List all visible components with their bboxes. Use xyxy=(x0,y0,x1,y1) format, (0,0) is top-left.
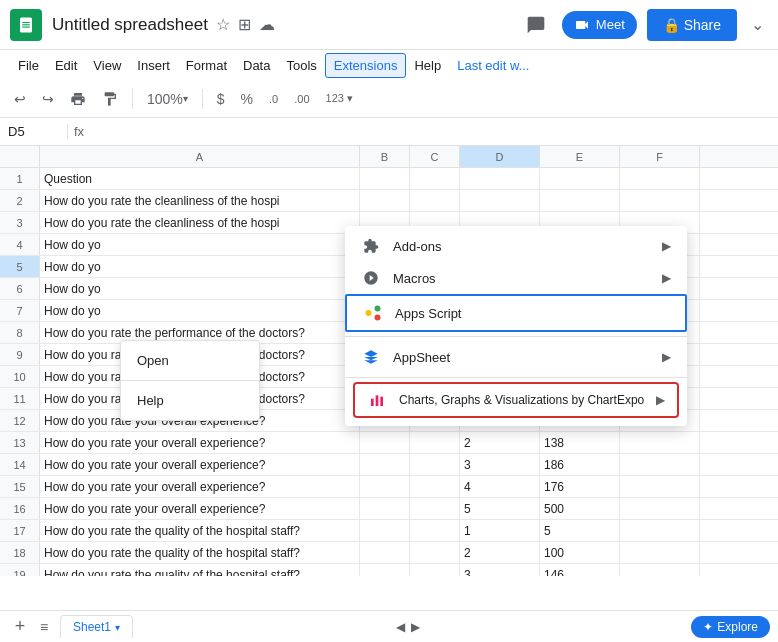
cell[interactable]: How do you rate your overall experience? xyxy=(40,476,360,497)
menu-edit[interactable]: Edit xyxy=(47,54,85,77)
cell[interactable] xyxy=(360,454,410,475)
cell[interactable] xyxy=(410,498,460,519)
spreadsheet-title[interactable]: Untitled spreadsheet xyxy=(52,15,208,35)
star-icon[interactable]: ☆ xyxy=(216,15,230,34)
col-header-f[interactable]: F xyxy=(620,146,700,167)
cell[interactable] xyxy=(410,432,460,453)
sheet1-dropdown-arrow[interactable]: ▾ xyxy=(115,622,120,633)
menu-tools[interactable]: Tools xyxy=(278,54,324,77)
cell[interactable] xyxy=(410,190,460,211)
menu-help[interactable]: Help xyxy=(406,54,449,77)
cell[interactable] xyxy=(620,520,700,541)
print-button[interactable] xyxy=(64,87,92,111)
scroll-left-button[interactable]: ◀ xyxy=(394,618,407,636)
meet-button[interactable]: Meet xyxy=(562,11,637,39)
col-header-b[interactable]: B xyxy=(360,146,410,167)
col-header-e[interactable]: E xyxy=(540,146,620,167)
col-header-c[interactable]: C xyxy=(410,146,460,167)
menu-extensions[interactable]: Extensions xyxy=(325,53,407,78)
submenu-help[interactable]: Help xyxy=(121,385,259,416)
cell[interactable]: How do you rate the cleanliness of the h… xyxy=(40,212,360,233)
cell[interactable] xyxy=(620,190,700,211)
cell[interactable] xyxy=(410,168,460,189)
add-sheet-button[interactable]: + xyxy=(8,615,32,639)
cell[interactable] xyxy=(620,498,700,519)
cloud-icon[interactable]: ☁ xyxy=(259,15,275,34)
scroll-right-button[interactable]: ▶ xyxy=(409,618,422,636)
cell[interactable] xyxy=(620,454,700,475)
cell[interactable] xyxy=(620,564,700,576)
cell[interactable] xyxy=(620,432,700,453)
percent-button[interactable]: % xyxy=(235,87,259,111)
cell[interactable]: How do you rate the quality of the hospi… xyxy=(40,564,360,576)
comment-button[interactable] xyxy=(520,9,552,41)
cell[interactable] xyxy=(360,432,410,453)
currency-button[interactable]: $ xyxy=(211,87,231,111)
cell[interactable] xyxy=(410,564,460,576)
cell[interactable]: 100 xyxy=(540,542,620,563)
cell[interactable] xyxy=(540,168,620,189)
cell[interactable] xyxy=(360,498,410,519)
cell[interactable] xyxy=(360,190,410,211)
decimal-more-button[interactable]: .00 xyxy=(288,89,315,109)
undo-button[interactable]: ↩ xyxy=(8,87,32,111)
cell[interactable]: How do you rate your overall experience? xyxy=(40,454,360,475)
cell[interactable]: 2 xyxy=(460,432,540,453)
cell[interactable]: How do you rate your overall experience? xyxy=(40,498,360,519)
menu-file[interactable]: File xyxy=(10,54,47,77)
cell[interactable]: 4 xyxy=(460,476,540,497)
cell[interactable]: 176 xyxy=(540,476,620,497)
cell[interactable]: 5 xyxy=(540,520,620,541)
share-button[interactable]: 🔒 Share xyxy=(647,9,737,41)
cell[interactable] xyxy=(410,520,460,541)
cell[interactable]: How do yo xyxy=(40,300,360,321)
cell[interactable] xyxy=(460,168,540,189)
addons-item[interactable]: Add-ons ▶ xyxy=(345,230,687,262)
cell[interactable]: How do you rate the cleanliness of the h… xyxy=(40,190,360,211)
cell[interactable] xyxy=(410,454,460,475)
cell[interactable] xyxy=(620,476,700,497)
cell[interactable]: 500 xyxy=(540,498,620,519)
format-number-button[interactable]: 123 ▾ xyxy=(320,88,359,109)
cell[interactable]: How do you rate the quality of the hospi… xyxy=(40,542,360,563)
appsheet-item[interactable]: AppSheet ▶ xyxy=(345,341,687,373)
cell[interactable]: How do yo xyxy=(40,234,360,255)
cell[interactable] xyxy=(620,542,700,563)
cell[interactable]: 3 xyxy=(460,564,540,576)
minimize-button[interactable]: ⌄ xyxy=(747,11,768,38)
cell[interactable] xyxy=(460,190,540,211)
sheet1-tab[interactable]: Sheet1 ▾ xyxy=(60,615,133,638)
menu-last-edit[interactable]: Last edit w... xyxy=(449,54,537,77)
menu-data[interactable]: Data xyxy=(235,54,278,77)
cell[interactable] xyxy=(410,542,460,563)
redo-button[interactable]: ↪ xyxy=(36,87,60,111)
cell[interactable] xyxy=(540,190,620,211)
cell[interactable]: Question xyxy=(40,168,360,189)
cell[interactable]: How do yo xyxy=(40,256,360,277)
chartexpo-item[interactable]: Charts, Graphs & Visualizations by Chart… xyxy=(353,382,679,418)
cell[interactable]: How do you rate the quality of the hospi… xyxy=(40,520,360,541)
cell[interactable]: How do yo xyxy=(40,278,360,299)
cell[interactable]: 3 xyxy=(460,454,540,475)
cell[interactable]: 186 xyxy=(540,454,620,475)
cell[interactable] xyxy=(360,542,410,563)
cell[interactable]: 2 xyxy=(460,542,540,563)
cell[interactable]: 138 xyxy=(540,432,620,453)
cell[interactable] xyxy=(360,520,410,541)
cell[interactable]: How do you rate your overall experience? xyxy=(40,432,360,453)
submenu-open[interactable]: Open xyxy=(121,345,259,376)
cell-reference[interactable]: D5 xyxy=(8,124,68,139)
menu-insert[interactable]: Insert xyxy=(129,54,178,77)
cell[interactable]: 1 xyxy=(460,520,540,541)
cell[interactable] xyxy=(410,476,460,497)
drive-icon[interactable]: ⊞ xyxy=(238,15,251,34)
cell[interactable] xyxy=(360,168,410,189)
cell[interactable] xyxy=(620,168,700,189)
cell[interactable] xyxy=(360,564,410,576)
apps-script-item[interactable]: Apps Script xyxy=(345,294,687,332)
decimal-less-button[interactable]: .0 xyxy=(263,89,284,109)
zoom-control[interactable]: 100% ▾ xyxy=(141,87,194,111)
paint-format-button[interactable] xyxy=(96,87,124,111)
sheet-list-button[interactable]: ≡ xyxy=(32,615,56,639)
macros-item[interactable]: Macros ▶ xyxy=(345,262,687,294)
